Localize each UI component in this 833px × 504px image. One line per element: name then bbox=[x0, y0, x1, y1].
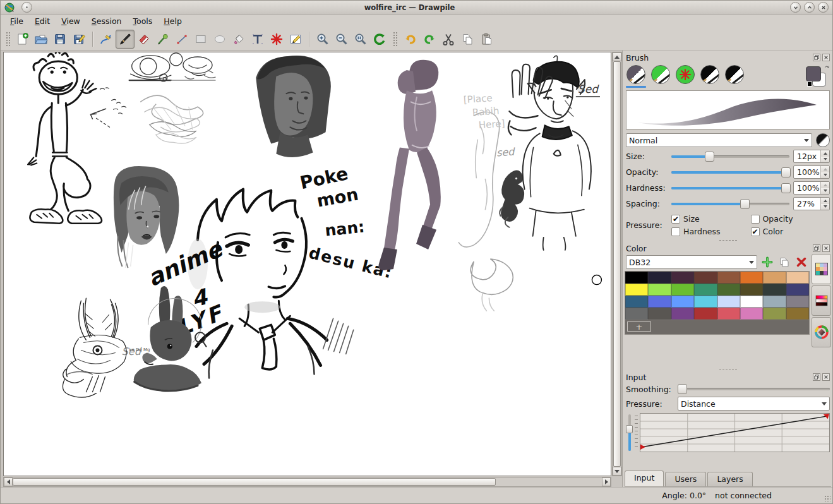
palette-swatch[interactable] bbox=[786, 272, 809, 284]
menu-session[interactable]: Session bbox=[86, 15, 128, 27]
brush-preset-3-laser[interactable] bbox=[675, 65, 695, 84]
dock-splitter[interactable] bbox=[625, 366, 831, 371]
smoothing-slider[interactable] bbox=[678, 384, 830, 394]
cut-button[interactable] bbox=[439, 30, 458, 49]
pressure-hardness-checkbox[interactable]: Hardness bbox=[671, 227, 751, 236]
palette-swatch[interactable] bbox=[625, 284, 648, 296]
canvas[interactable]: Poke mon nan: desu ka: anime 4 LYF bbox=[3, 52, 611, 476]
brush-preset-5[interactable] bbox=[724, 65, 745, 84]
minimize-button[interactable] bbox=[790, 2, 801, 13]
toolbar-drag-handle[interactable] bbox=[6, 32, 10, 47]
spin-down-button[interactable] bbox=[821, 188, 829, 195]
opacity-spinbox[interactable]: 100% bbox=[793, 165, 830, 179]
palette-swatch[interactable] bbox=[671, 296, 694, 308]
color-picker-tool-button[interactable] bbox=[153, 30, 172, 49]
palette-swatch[interactable] bbox=[694, 272, 717, 284]
horizontal-scroll-thumb[interactable] bbox=[13, 478, 496, 486]
palette-swatch[interactable] bbox=[763, 296, 786, 308]
zoom-reset-button[interactable] bbox=[351, 30, 370, 49]
ellipse-tool-button[interactable] bbox=[210, 30, 229, 49]
dock-splitter[interactable] bbox=[625, 237, 831, 243]
vertical-scroll-thumb[interactable] bbox=[613, 61, 621, 467]
palette-swatch[interactable] bbox=[740, 272, 763, 284]
open-button[interactable] bbox=[32, 30, 51, 49]
save-as-button[interactable] bbox=[69, 30, 88, 49]
palette-swatch[interactable] bbox=[786, 296, 809, 308]
undo-button[interactable] bbox=[401, 30, 420, 49]
brush-preset-1[interactable] bbox=[626, 65, 646, 88]
hardness-spinbox[interactable]: 100% bbox=[793, 181, 830, 195]
pen-tool-button[interactable] bbox=[97, 30, 116, 49]
laser-pointer-tool-button[interactable] bbox=[267, 30, 286, 49]
palette-swatch[interactable] bbox=[694, 308, 717, 320]
palette-swatch[interactable] bbox=[740, 296, 763, 308]
foreground-background-colors[interactable] bbox=[805, 65, 830, 88]
spin-up-button[interactable] bbox=[821, 182, 829, 188]
float-panel-button[interactable] bbox=[813, 54, 820, 61]
palette-swatch[interactable] bbox=[763, 272, 786, 284]
menu-file[interactable]: File bbox=[4, 15, 29, 27]
float-panel-button[interactable] bbox=[813, 373, 820, 381]
close-panel-button[interactable] bbox=[822, 54, 830, 61]
scroll-left-button[interactable] bbox=[4, 477, 13, 486]
zoom-out-button[interactable] bbox=[332, 30, 351, 49]
palette-swatch[interactable] bbox=[648, 296, 671, 308]
foreground-color-swatch[interactable] bbox=[806, 66, 821, 81]
palette-swatch[interactable] bbox=[671, 272, 694, 284]
spacing-spinbox[interactable]: 27% bbox=[793, 197, 830, 210]
spin-down-button[interactable] bbox=[821, 172, 829, 179]
incremental-mode-indicator[interactable] bbox=[816, 133, 830, 147]
rectangle-tool-button[interactable] bbox=[191, 30, 210, 49]
palette-select[interactable]: DB32 bbox=[626, 255, 757, 269]
palette-swatch[interactable] bbox=[648, 272, 671, 284]
add-palette-button[interactable] bbox=[760, 255, 774, 269]
float-panel-button[interactable] bbox=[813, 244, 820, 252]
swap-colors-icon[interactable] bbox=[824, 65, 830, 71]
palette-swatch[interactable] bbox=[763, 308, 786, 320]
color-wheel-tab[interactable] bbox=[812, 317, 831, 347]
sliders-tab[interactable] bbox=[812, 285, 831, 316]
palette-swatch[interactable] bbox=[763, 284, 786, 296]
pressure-curve-editor[interactable] bbox=[640, 413, 830, 452]
spin-down-button[interactable] bbox=[821, 157, 829, 163]
spacing-slider[interactable] bbox=[671, 199, 789, 209]
window-menu-button[interactable] bbox=[21, 2, 32, 13]
brush-preset-4[interactable] bbox=[700, 65, 720, 84]
palette-tab[interactable] bbox=[812, 254, 831, 284]
palette-swatch[interactable] bbox=[694, 296, 717, 308]
redo-button[interactable] bbox=[420, 30, 439, 49]
palette-swatch[interactable] bbox=[625, 272, 648, 284]
close-panel-button[interactable] bbox=[822, 373, 830, 381]
close-button[interactable] bbox=[818, 2, 829, 13]
copy-button[interactable] bbox=[458, 30, 477, 49]
blend-mode-select[interactable]: Normal bbox=[626, 133, 812, 147]
add-color-button[interactable]: + bbox=[627, 321, 651, 332]
new-document-button[interactable] bbox=[13, 30, 32, 49]
palette-swatch[interactable] bbox=[717, 308, 740, 320]
palette-swatch[interactable] bbox=[717, 272, 740, 284]
palette-swatch[interactable] bbox=[648, 308, 671, 320]
scroll-up-button[interactable] bbox=[613, 52, 621, 61]
spin-up-button[interactable] bbox=[821, 166, 829, 172]
palette-swatch[interactable] bbox=[786, 284, 809, 296]
canvas-vertical-scrollbar[interactable] bbox=[612, 52, 622, 476]
scroll-down-button[interactable] bbox=[613, 467, 621, 476]
reset-colors-swatch[interactable] bbox=[807, 81, 812, 87]
rotate-reset-button[interactable] bbox=[370, 30, 389, 49]
palette-swatch[interactable] bbox=[648, 284, 671, 296]
spin-down-button[interactable] bbox=[821, 204, 829, 210]
text-tool-button[interactable] bbox=[248, 30, 267, 49]
size-spinbox[interactable]: 12px bbox=[793, 150, 830, 163]
tab-layers[interactable]: Layers bbox=[707, 472, 752, 486]
duplicate-palette-button[interactable] bbox=[777, 255, 791, 269]
brush-tool-button[interactable] bbox=[116, 30, 135, 49]
spin-up-button[interactable] bbox=[821, 150, 829, 157]
line-tool-button[interactable] bbox=[172, 30, 191, 49]
palette-swatch[interactable] bbox=[786, 308, 809, 320]
toolbar-drag-handle[interactable] bbox=[393, 32, 397, 47]
titlebar[interactable]: wolfire_irc — Drawpile bbox=[1, 1, 832, 15]
palette-swatch[interactable] bbox=[740, 284, 763, 296]
scroll-right-button[interactable] bbox=[602, 477, 611, 486]
maximize-button[interactable] bbox=[804, 2, 815, 13]
menu-view[interactable]: View bbox=[56, 15, 86, 27]
